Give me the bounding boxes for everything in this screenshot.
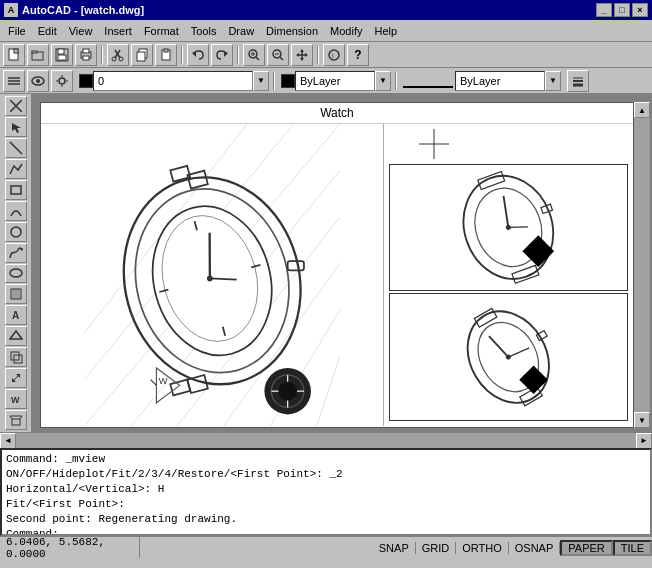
layer-dropdown[interactable]: 0 — [93, 71, 253, 91]
tool-ellipse[interactable] — [5, 264, 27, 284]
color-dropdown-arrow[interactable]: ▼ — [375, 71, 391, 91]
tool-w[interactable]: W — [5, 389, 27, 409]
tool-line[interactable] — [5, 138, 27, 158]
app-icon[interactable]: A — [4, 3, 18, 17]
scroll-up[interactable]: ▲ — [634, 102, 650, 118]
layer-color-box — [79, 74, 93, 88]
tool-spline[interactable] — [5, 243, 27, 263]
tool-insert[interactable] — [5, 326, 27, 346]
btn-paper[interactable]: PAPER — [560, 540, 612, 556]
btn-copy[interactable] — [131, 44, 153, 66]
window-controls: _ □ × — [596, 3, 648, 17]
btn-osnap[interactable]: OSNAP — [509, 542, 561, 554]
svg-text:W: W — [11, 395, 20, 405]
scroll-left[interactable]: ◄ — [0, 433, 16, 449]
btn-layer-manager[interactable] — [3, 70, 25, 92]
scroll-right[interactable]: ► — [636, 433, 652, 449]
svg-rect-65 — [12, 419, 20, 425]
menu-file[interactable]: File — [2, 21, 32, 41]
btn-redo[interactable] — [211, 44, 233, 66]
tool-text[interactable]: A — [5, 305, 27, 325]
svg-line-97 — [151, 380, 157, 386]
svg-rect-60 — [14, 355, 22, 363]
tool-circle[interactable] — [5, 222, 27, 242]
menu-view[interactable]: View — [63, 21, 99, 41]
svg-rect-9 — [83, 56, 89, 60]
svg-rect-80 — [288, 261, 304, 270]
svg-rect-52 — [11, 289, 21, 299]
v-scrollbar: ▲ ▼ — [634, 102, 650, 428]
btn-print[interactable] — [75, 44, 97, 66]
btn-tile[interactable]: TILE — [613, 540, 652, 556]
btn-properties[interactable]: i — [323, 44, 345, 66]
btn-help[interactable]: ? — [347, 44, 369, 66]
layer-dropdown-arrow[interactable]: ▼ — [253, 71, 269, 91]
btn-zoom-prev[interactable] — [267, 44, 289, 66]
tool-copy[interactable] — [5, 368, 27, 388]
menu-draw[interactable]: Draw — [222, 21, 260, 41]
left-toolbar: A W — [0, 94, 32, 432]
tool-arc[interactable] — [5, 201, 27, 221]
tool-ucs[interactable] — [5, 410, 27, 430]
drawing-canvas[interactable]: Watch — [32, 94, 652, 432]
btn-pan[interactable] — [291, 44, 313, 66]
svg-line-74 — [317, 356, 340, 426]
btn-save[interactable] — [51, 44, 73, 66]
menu-dimension[interactable]: Dimension — [260, 21, 324, 41]
btn-cut[interactable] — [107, 44, 129, 66]
toolbar-layers: 0 ▼ ByLayer ▼ ByLayer ▼ — [0, 68, 652, 94]
svg-point-50 — [11, 227, 21, 237]
maximize-button[interactable]: □ — [614, 3, 630, 17]
svg-rect-59 — [11, 352, 19, 360]
menu-modify[interactable]: Modify — [324, 21, 368, 41]
btn-snap[interactable]: SNAP — [373, 542, 416, 554]
linetype-dropdown-arrow[interactable]: ▼ — [545, 71, 561, 91]
tool-select[interactable] — [5, 117, 27, 137]
viewport-title: Watch — [41, 103, 633, 124]
menu-format[interactable]: Format — [138, 21, 185, 41]
color-swatch — [281, 74, 295, 88]
svg-rect-8 — [83, 49, 89, 53]
btn-lineweight[interactable] — [567, 70, 589, 92]
command-area[interactable]: Command: _mview ON/OFF/Hideplot/Fit/2/3/… — [0, 448, 652, 536]
svg-marker-28 — [300, 58, 304, 61]
btn-undo[interactable] — [187, 44, 209, 66]
linetype-dropdown[interactable]: ByLayer — [455, 71, 545, 91]
btn-sun[interactable] — [51, 70, 73, 92]
separator-2 — [181, 46, 183, 64]
btn-new[interactable] — [3, 44, 25, 66]
menu-tools[interactable]: Tools — [185, 21, 223, 41]
color-dropdown[interactable]: ByLayer — [295, 71, 375, 91]
scroll-down[interactable]: ▼ — [634, 412, 650, 428]
svg-marker-30 — [305, 53, 308, 57]
cmd-line-2: ON/OFF/Hideplot/Fit/2/3/4/Restore/<First… — [6, 467, 646, 482]
watch-main-view: W — [41, 124, 384, 426]
btn-layer-visible[interactable] — [27, 70, 49, 92]
svg-text:i: i — [332, 51, 334, 60]
btn-zoom-window[interactable] — [243, 44, 265, 66]
close-button[interactable]: × — [632, 3, 648, 17]
tool-hatch[interactable] — [5, 284, 27, 304]
svg-marker-18 — [192, 51, 196, 57]
h-scrollbar: ◄ ► — [0, 432, 652, 448]
tool-crosshair[interactable] — [5, 96, 27, 116]
tool-rectangle[interactable] — [5, 180, 27, 200]
btn-open[interactable] — [27, 44, 49, 66]
tool-xref[interactable] — [5, 347, 27, 367]
svg-point-51 — [10, 269, 22, 277]
svg-text:W: W — [159, 376, 168, 386]
svg-point-31 — [329, 50, 339, 60]
menu-help[interactable]: Help — [368, 21, 403, 41]
menu-edit[interactable]: Edit — [32, 21, 63, 41]
tool-pline[interactable] — [5, 159, 27, 179]
svg-line-25 — [280, 57, 283, 60]
scroll-track-v[interactable] — [634, 118, 650, 412]
menu-insert[interactable]: Insert — [98, 21, 138, 41]
btn-grid[interactable]: GRID — [416, 542, 457, 554]
btn-paste[interactable] — [155, 44, 177, 66]
minimize-button[interactable]: _ — [596, 3, 612, 17]
btn-ortho[interactable]: ORTHO — [456, 542, 509, 554]
status-bar: 6.0406, 5.5682, 0.0000 SNAP GRID ORTHO O… — [0, 536, 652, 558]
scroll-track-h[interactable] — [16, 433, 636, 449]
coordinates-display: 6.0406, 5.5682, 0.0000 — [0, 537, 140, 558]
